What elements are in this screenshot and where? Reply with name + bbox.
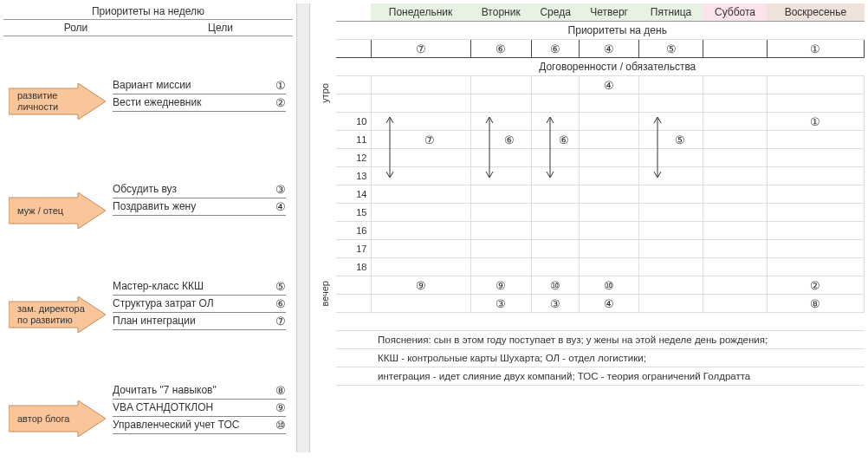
role-arrow: муж / отец [9, 192, 106, 229]
schedule-cell: ③ [470, 295, 531, 313]
goal-text: Поздравить жену [113, 200, 265, 212]
schedule-cell [638, 276, 703, 295]
role-arrow: развитие личности [9, 83, 106, 120]
schedule-cell [531, 240, 580, 258]
role-label: развитие личности [17, 83, 85, 120]
schedule-cell [371, 204, 470, 222]
schedule-cell [470, 76, 531, 94]
goal-row: VBA СТАНДОТКЛОН⑨ [113, 399, 286, 417]
schedule-cell [638, 149, 703, 167]
schedule-cell: ⑥ [470, 131, 531, 149]
goal-row: Управленческий учет ТОС⑩ [113, 416, 286, 434]
day-prio-cell [703, 40, 768, 58]
schedule-cell [703, 113, 768, 131]
schedule-cell: ⑨ [371, 276, 470, 295]
schedule-cell [638, 204, 703, 222]
schedule-cell [767, 258, 864, 276]
schedule-cell [470, 222, 531, 240]
notes-line: интеграция - идет слияние двух компаний;… [371, 367, 865, 386]
hour-label: 13 [336, 167, 371, 185]
day-prio-title: Приоритеты на день [371, 22, 865, 40]
schedule-cell [767, 185, 864, 204]
goal-row: Обсудить вуз③ [113, 180, 286, 198]
schedule-cell [580, 258, 638, 276]
schedule-cell [703, 240, 768, 258]
schedule-cell [638, 185, 703, 204]
morning-label: утро [314, 76, 336, 113]
week-priorities-title: Приоритеты на неделю [3, 3, 293, 20]
schedule-cell [767, 204, 864, 222]
schedule-cell [371, 258, 470, 276]
day-header: Понедельник [371, 3, 470, 22]
schedule-cell [638, 222, 703, 240]
schedule-cell [580, 131, 638, 149]
goal-number: ③ [265, 183, 286, 196]
goal-number: ⑥ [265, 297, 286, 310]
schedule-cell [470, 240, 531, 258]
schedule-cell [371, 185, 470, 204]
schedule-cell [638, 240, 703, 258]
goal-text: VBA СТАНДОТКЛОН [113, 401, 265, 413]
hour-label: 18 [336, 258, 371, 276]
schedule-cell [371, 113, 470, 131]
goal-text: Вариант миссии [113, 79, 265, 91]
schedule-cell [470, 258, 531, 276]
goal-row: План интеграции⑦ [113, 312, 286, 330]
schedule-cell: ④ [580, 295, 638, 313]
day-prio-cell: ① [767, 40, 864, 58]
day-header: Пятница [638, 3, 703, 22]
schedule-cell [767, 167, 864, 185]
schedule-cell [580, 167, 638, 185]
schedule-cell [638, 295, 703, 313]
schedule-cell [531, 149, 580, 167]
schedule-cell: ② [767, 276, 864, 295]
hour-label: 17 [336, 240, 371, 258]
schedule-cell [470, 167, 531, 185]
day-prio-cell: ⑥ [470, 40, 531, 58]
schedule-cell [767, 222, 864, 240]
col-roles: Роли [3, 20, 148, 36]
schedule-cell: ⑨ [470, 276, 531, 295]
schedule-cell: ⑥ [531, 131, 580, 149]
hour-label: 12 [336, 149, 371, 167]
schedule-cell [638, 167, 703, 185]
schedule-cell [703, 185, 768, 204]
schedule-cell: ⑩ [580, 276, 638, 295]
goal-text: Структура затрат ОЛ [113, 297, 265, 309]
schedule-cell [580, 222, 638, 240]
day-header: Суббота [703, 3, 768, 22]
notes-line: ККШ - контрольные карты Шухарта; ОЛ - от… [371, 349, 865, 367]
schedule-cell [531, 76, 580, 94]
goal-number: ⑤ [265, 280, 286, 293]
schedule-cell [580, 240, 638, 258]
schedule-cell [531, 167, 580, 185]
goal-number: ② [265, 96, 286, 109]
hour-label: 11 [336, 131, 371, 149]
schedule-cell [531, 222, 580, 240]
evening-label: вечер [314, 276, 336, 313]
schedule-cell: ⑧ [767, 295, 864, 313]
role-label: муж / отец [17, 192, 85, 229]
spreadsheet-divider [296, 3, 310, 452]
schedule-cell [703, 222, 768, 240]
schedule-cell: ① [767, 113, 864, 131]
schedule-cell [703, 76, 768, 94]
schedule-cell [767, 240, 864, 258]
schedule-cell [703, 295, 768, 313]
schedule-cell [767, 76, 864, 94]
schedule-cell [703, 276, 768, 295]
role-arrow: зам. директора по развитию [9, 296, 106, 333]
day-header: Среда [531, 3, 580, 22]
goal-number: ⑨ [265, 401, 286, 414]
schedule-cell: ⑤ [638, 131, 703, 149]
goal-number: ① [265, 79, 286, 92]
goal-row: Структура затрат ОЛ⑥ [113, 295, 286, 313]
role-arrow: автор блога [9, 400, 106, 437]
day-prio-cell: ⑤ [638, 40, 703, 58]
notes-line: Пояснения: сын в этом году поступает в в… [371, 331, 865, 349]
day-header: Вторник [470, 3, 531, 22]
schedule-cell [703, 258, 768, 276]
schedule-cell [470, 113, 531, 131]
goal-text: План интеграции [113, 315, 265, 327]
schedule-cell: ⑩ [531, 276, 580, 295]
